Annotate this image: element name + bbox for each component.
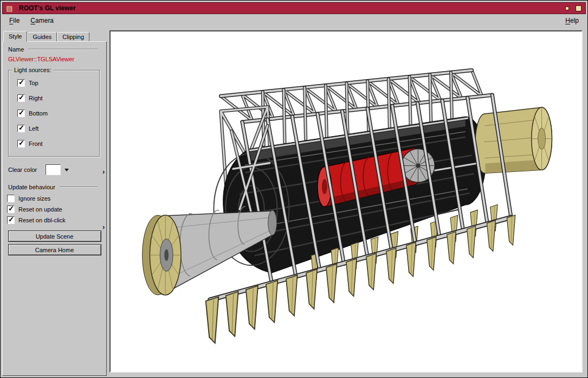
splitter-arrow-upper[interactable]: › [102,169,105,175]
menu-camera-mnemonic: C [30,17,35,24]
clear-color-section: Clear color [8,164,101,175]
checkbox-label: Bottom [29,110,48,117]
checkbox-light-left[interactable]: Left [17,125,96,132]
menu-help-mnemonic: H [565,17,570,24]
update-behaviour-label: Update behaviour [8,184,55,190]
menu-file-label: ile [13,17,20,24]
checkbox-box [7,195,15,202]
maximize-button[interactable] [573,4,584,13]
checkbox-label: Ignore sizes [18,195,50,202]
viewer-name: GLViewer::TGLSAViewer [8,56,106,62]
titlebar[interactable]: ▤ ROOT's GL viewer [2,2,586,14]
gl-viewport[interactable] [109,30,583,373]
checkbox-label: Reset on dbl-click [18,217,66,223]
checkbox-box [17,110,25,117]
name-separator-line [28,49,98,50]
checkbox-box [17,140,25,148]
checkbox-label: Reset on update [18,206,62,213]
menu-camera-label: amera [35,17,54,24]
checkbox-box [17,79,25,87]
titlebar-controls [561,4,584,13]
iconify-icon [565,7,569,10]
checkbox-light-top[interactable]: Top [17,79,96,87]
clear-color-swatch[interactable] [46,164,61,175]
update-behaviour-section: Update behaviour [8,184,98,190]
color-dropdown-arrow-icon[interactable] [64,169,69,171]
update-options: Ignore sizes Reset on update Reset on db… [3,195,106,224]
window-menu-icon: ▤ [6,5,12,12]
tab-clipping[interactable]: Clipping [57,32,89,42]
checkbox-light-front[interactable]: Front [17,140,96,148]
checkbox-light-right[interactable]: Right [17,94,96,102]
checkbox-box [17,125,25,132]
menu-help[interactable]: Help [564,16,580,25]
checkbox-box [7,206,15,213]
menu-file[interactable]: File [8,16,21,25]
menu-help-label: elp [570,17,579,24]
main-content: Style Guides Clipping Name GLViewer::TGL… [2,27,586,376]
name-label: Name [8,46,24,53]
tab-guides[interactable]: Guides [27,32,57,42]
light-sources-title: Light sources: [12,67,53,73]
checkbox-reset-on-update[interactable]: Reset on update [7,206,106,213]
gl-scene-svg [111,31,581,371]
checkbox-label: Top [29,80,38,86]
splitter-arrow-lower[interactable]: › [102,225,105,230]
scene-right-endcap [475,107,552,173]
checkbox-label: Left [29,125,38,132]
menubar: File Camera Help [2,14,586,27]
update-scene-button[interactable]: Update Scene [8,230,101,242]
window-menu-button[interactable]: ▤ [4,4,15,13]
name-section: Name [8,46,98,53]
clear-color-label: Clear color [8,166,37,173]
checkbox-box [17,94,25,102]
iconify-button[interactable] [561,4,573,13]
checkbox-ignore-sizes[interactable]: Ignore sizes [7,195,106,202]
checkbox-light-bottom[interactable]: Bottom [17,110,96,117]
update-separator-line [60,187,98,188]
checkbox-box [7,216,15,224]
panel-tabs: Style Guides Clipping [2,30,107,42]
light-sources-group: Light sources: Top Right Bottom [8,70,100,157]
menu-camera[interactable]: Camera [29,16,55,25]
camera-home-button[interactable]: Camera Home [8,244,101,255]
tab-style[interactable]: Style [3,31,27,42]
checkbox-label: Front [29,140,43,147]
checkbox-label: Right [29,95,43,101]
control-panel: Style Guides Clipping Name GLViewer::TGL… [2,27,107,376]
root-gl-viewer-window: ▤ ROOT's GL viewer File Camera Help Styl… [0,0,588,378]
style-panel: Name GLViewer::TGLSAViewer Light sources… [2,41,107,376]
maximize-icon [576,5,581,11]
window-title: ROOT's GL viewer [19,4,561,12]
checkbox-reset-on-dbl-click[interactable]: Reset on dbl-click [7,216,106,224]
